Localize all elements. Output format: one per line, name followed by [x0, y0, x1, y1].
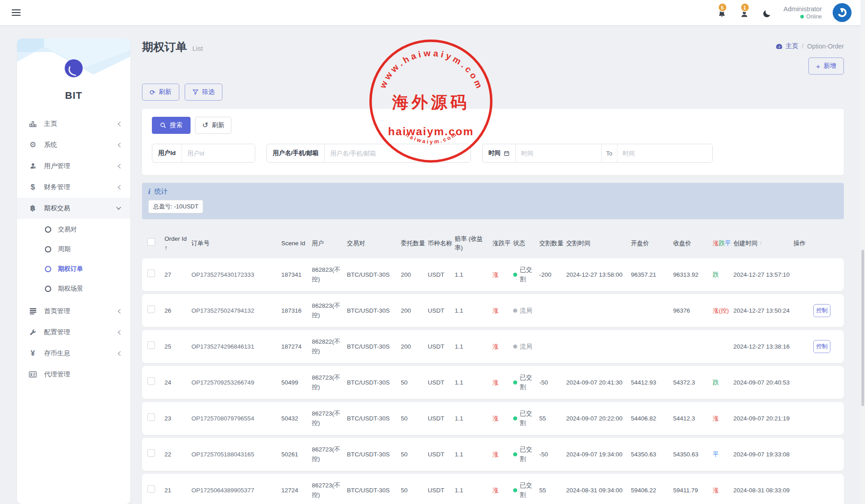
status-dot: [513, 416, 517, 420]
control-button[interactable]: 控制: [813, 340, 830, 353]
header-created[interactable]: 创建时间 ↑: [733, 239, 792, 248]
cell-order-id: 26: [164, 306, 190, 315]
sidebar-item[interactable]: ⚙系统: [17, 134, 130, 155]
table-row: 23 OP1725708079796554 50432 862723(不控) B…: [142, 402, 844, 435]
row-checkbox[interactable]: [147, 270, 155, 277]
cell-odds: 1.1: [455, 414, 491, 423]
table-row: 22 OP1725705188043165 50261 862723(不控) B…: [142, 438, 844, 471]
user-icon: [28, 162, 38, 171]
time-from-input[interactable]: [516, 144, 601, 162]
sidebar-subitem[interactable]: 周期: [17, 239, 130, 259]
online-status-dot: [800, 15, 804, 18]
calendar-icon: [504, 150, 510, 156]
add-button[interactable]: + 新增: [808, 57, 844, 75]
sidebar-menu: 主页⚙系统用户管理$财务管理฿期权交易交易对周期期权订单期权场景首页管理配置管理…: [17, 113, 130, 385]
control-button[interactable]: 控制: [813, 304, 830, 317]
sidebar-item[interactable]: $财务管理: [17, 177, 130, 198]
cell-coin: USDT: [428, 414, 453, 423]
header-order-id[interactable]: Order Id ↑: [164, 234, 190, 252]
header-pair: 交易对: [347, 239, 399, 248]
table-row: 25 OP1735274296846131 187274 862822(不控) …: [142, 330, 844, 363]
cell-settle-qty: -50: [539, 378, 564, 387]
cell-order-id: 22: [164, 450, 190, 459]
cell-settle-time: 2024-09-07 19:34:00: [566, 450, 629, 459]
row-checkbox[interactable]: [147, 485, 155, 493]
cell-pair: BTC/USDT-30S: [347, 342, 399, 351]
sidebar-item[interactable]: 配置管理: [17, 322, 130, 343]
filter-user-id: 用户Id: [152, 144, 255, 163]
cell-user: 862723(不控): [312, 481, 345, 500]
cell-settle-qty: 55: [539, 486, 564, 495]
header-action: 操作: [794, 239, 838, 248]
avatar[interactable]: [833, 3, 852, 22]
cell-created: 2024-12-27 13:57:10: [733, 270, 792, 279]
cell-settle-time: 2024-08-31 09:34:00: [566, 486, 629, 495]
reset-button[interactable]: ↺ 刷新: [195, 117, 231, 134]
table-row: 24 OP1725709253266749 50499 862723(不控) B…: [142, 366, 844, 399]
search-button[interactable]: 搜索: [152, 117, 191, 134]
cell-coin: USDT: [428, 342, 453, 351]
sidebar-item[interactable]: ¥存币生息: [17, 343, 130, 364]
cell-pair: BTC/USDT-30S: [347, 270, 399, 279]
row-checkbox[interactable]: [147, 377, 155, 385]
page-scrollbar[interactable]: [861, 0, 865, 504]
id-card-icon: [28, 370, 38, 379]
cell-order-no: OP1735275430172333: [191, 270, 279, 279]
scrollbar-thumb[interactable]: [861, 250, 864, 406]
chevron-left-icon: [117, 330, 121, 335]
sidebar-item[interactable]: 首页管理: [17, 301, 130, 322]
user-name: Administrator: [784, 5, 822, 13]
chevron-left-icon: [117, 142, 121, 148]
refresh-icon: ⟳: [150, 89, 155, 96]
messages-user-icon[interactable]: 1: [739, 7, 750, 18]
cell-odds: 1.1: [455, 450, 491, 459]
cell-amount: 200: [401, 270, 426, 279]
cell-amount: 50: [401, 450, 426, 459]
sidebar-item[interactable]: 用户管理: [17, 155, 130, 177]
cell-direction: 涨: [492, 378, 511, 387]
sidebar-subitem[interactable]: 期权场景: [17, 279, 130, 299]
radio-ring-icon: [45, 226, 51, 233]
header-order-no: 订单号: [191, 239, 279, 248]
sidebar-subitem[interactable]: 交易对: [17, 220, 130, 239]
cell-odds: 1.1: [455, 378, 491, 387]
chevron-left-icon: [117, 121, 121, 127]
header-direction: 涨跌平: [492, 239, 511, 248]
cell-scene-id: 50261: [281, 450, 310, 459]
row-checkbox[interactable]: [147, 413, 155, 421]
refresh-button[interactable]: ⟳ 刷新: [142, 84, 179, 101]
row-checkbox[interactable]: [147, 449, 155, 457]
hamburger-menu-icon[interactable]: [12, 8, 21, 17]
dark-mode-moon-icon[interactable]: [761, 7, 773, 18]
header-coin: 币种名称: [428, 239, 453, 248]
row-checkbox[interactable]: [147, 341, 155, 349]
notifications-bell-icon[interactable]: 5: [716, 7, 728, 18]
sidebar-subitem[interactable]: 期权订单: [17, 259, 130, 279]
sidebar-item[interactable]: 代理管理: [17, 364, 130, 385]
breadcrumb-home-link[interactable]: 主页: [776, 42, 798, 50]
user-id-input[interactable]: [182, 144, 255, 162]
select-all-checkbox[interactable]: [147, 238, 155, 246]
sidebar-item[interactable]: ฿期权交易: [17, 198, 130, 219]
filter-button[interactable]: 筛选: [185, 84, 222, 101]
cell-pair: BTC/USDT-30S: [347, 378, 399, 387]
cell-action: 控制: [794, 304, 838, 317]
cell-amount: 50: [401, 414, 426, 423]
time-to-separator: To: [601, 144, 617, 162]
filter-username: 用户名/手机/邮箱: [266, 144, 471, 163]
header-amount: 委托数量: [401, 239, 426, 248]
cell-close-price: 54372.3: [673, 378, 711, 387]
sidebar-item[interactable]: 主页: [17, 113, 130, 134]
cell-user: 862823(不控): [312, 265, 345, 284]
cell-order-no: OP1725705188043165: [191, 450, 279, 459]
cell-order-id: 27: [164, 270, 190, 279]
list-icon: [28, 307, 38, 316]
cell-pair: BTC/USDT-30S: [347, 450, 399, 459]
time-to-input[interactable]: [617, 144, 712, 162]
status-dot: [513, 380, 517, 385]
cell-odds: 1.1: [455, 306, 491, 315]
username-input[interactable]: [325, 144, 470, 162]
search-icon: [160, 122, 166, 128]
logo-icon: [65, 59, 83, 77]
row-checkbox[interactable]: [147, 305, 155, 313]
